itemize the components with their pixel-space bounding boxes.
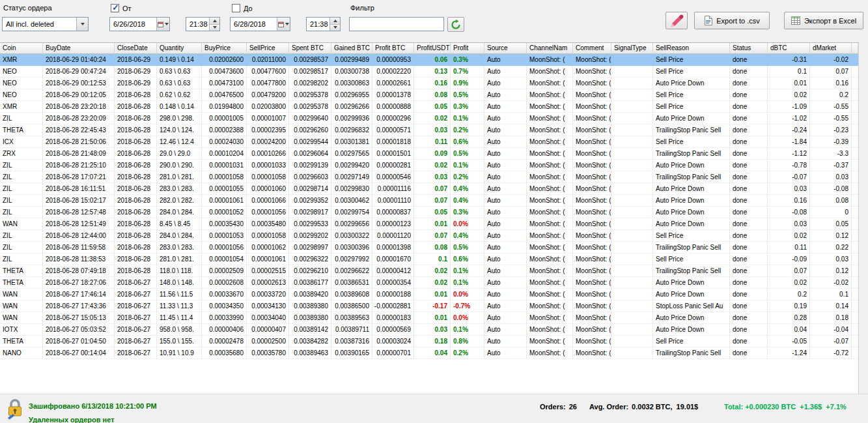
spin-down-icon[interactable] (210, 24, 219, 31)
chevron-down-icon[interactable] (76, 18, 88, 31)
table-row[interactable]: WAN2018-06-28 12:51:492018-06-288.45 \ 8… (0, 218, 858, 230)
table-row[interactable]: ZRX2018-06-28 21:48:092018-06-2829.0 \ 2… (0, 148, 858, 160)
table-row[interactable]: ZIL2018-06-28 15:02:172018-06-28282.0 \ … (0, 195, 858, 207)
row-filler (852, 254, 858, 265)
table-row[interactable]: ZIL2018-06-28 23:20:092018-06-28298.0 \ … (0, 113, 858, 124)
cell-buydate: 2018-06-28 21:48:09 (43, 148, 115, 160)
calendar-icon[interactable] (156, 18, 169, 31)
table-row[interactable]: ZIL2018-06-28 21:25:102018-06-28290.0 \ … (0, 160, 858, 171)
column-header-comment[interactable]: Comment (573, 43, 611, 54)
cell-profitusdt: 0.05 (414, 207, 451, 218)
cell-profit-btc: 0.00000296 (372, 113, 414, 124)
cell-gained-btc: 0.00300738 (331, 66, 372, 78)
cell-spent-btc: 0.00295378 (289, 89, 331, 101)
cell-dmarket: -3.3 (810, 148, 852, 160)
table-row[interactable]: THETA2018-06-27 18:27:062018-06-27148.0 … (0, 277, 858, 289)
refresh-button[interactable] (447, 17, 464, 32)
to-checkbox[interactable]: До (232, 4, 253, 12)
column-header-profit-btc[interactable]: Profit BTC (372, 43, 414, 54)
table-row[interactable]: WAN2018-06-27 17:43:362018-06-2711.33 \ … (0, 300, 858, 312)
export-csv-button[interactable]: Export to .csv (694, 12, 770, 29)
table-row[interactable]: XMR2018-06-28 23:20:182018-06-280.148 \ … (0, 101, 858, 113)
to-time-input[interactable]: 21:38 (306, 17, 341, 31)
from-time-spinner[interactable] (209, 18, 219, 31)
from-date-input[interactable]: 6/26/2018 (109, 17, 170, 31)
cell-quantity: 11.56 \ 11.5 (157, 289, 202, 300)
table-row[interactable]: THETA2018-06-28 22:45:432018-06-28124.0 … (0, 124, 858, 136)
cell-channelnam: MoonShot: ( (527, 289, 573, 300)
table-row[interactable]: ZIL2018-06-28 11:38:532018-06-28281.0 \ … (0, 254, 858, 265)
column-header-status[interactable]: Status (730, 43, 768, 54)
column-header-buyprice[interactable]: BuyPrice (202, 43, 247, 54)
spin-down-icon[interactable] (330, 24, 340, 31)
cell-sellreason: Auto Price Down (653, 277, 730, 289)
column-header-spent-btc[interactable]: Spent BTC (289, 43, 331, 54)
cell-buydate: 2018-06-28 11:38:53 (43, 254, 115, 265)
column-header-profitusdt[interactable]: ProfitUSDT (414, 43, 451, 54)
cell-quantity: 298.0 \ 298. (157, 113, 202, 124)
column-header-gained-btc[interactable]: Gained BTC (331, 43, 372, 54)
table-row[interactable]: WAN2018-06-27 17:46:142018-06-2711.56 \ … (0, 289, 858, 300)
column-header-coin[interactable]: Coin (0, 43, 43, 54)
table-row[interactable]: THETA2018-06-27 01:04:502018-06-27155.0 … (0, 336, 858, 347)
cell-comment: MoonShot: ( (573, 66, 611, 78)
cell-quantity: 124.0 \ 124. (157, 124, 202, 136)
cell-status: done (730, 254, 768, 265)
cell-profit-btc: 0.00000183 (372, 312, 414, 324)
table-row[interactable]: XMR2018-06-29 01:40:242018-06-290.149 \ … (0, 54, 858, 66)
cell-closedate: 2018-06-28 (115, 230, 157, 242)
csv-file-icon (704, 16, 712, 25)
from-checkbox[interactable]: От (111, 4, 132, 12)
column-header-closedate[interactable]: CloseDate (115, 43, 157, 54)
column-header-sellprice[interactable]: SellPrice (247, 43, 289, 54)
cell-profit: 0.5% (451, 148, 484, 160)
cell-sellreason: Sell Price (653, 230, 730, 242)
cell-signaltype (611, 148, 653, 160)
column-header-quantity[interactable]: Quantity (157, 43, 202, 54)
column-header-signaltype[interactable]: SignalType (611, 43, 653, 54)
cell-quantity: 29.0 \ 29.0 (157, 148, 202, 160)
row-filler (852, 136, 858, 148)
cell-dbtc: 0.19 (768, 300, 810, 312)
calendar-icon[interactable] (277, 18, 290, 31)
table-row[interactable]: NEO2018-06-29 00:12:052018-06-280.62 \ 0… (0, 89, 858, 101)
filter-input[interactable] (349, 17, 444, 31)
column-header-profit[interactable]: Profit (451, 43, 484, 54)
column-header-channelnam[interactable]: ChannelNam (527, 43, 573, 54)
table-row[interactable]: IOTX2018-06-27 05:03:522018-06-27958.0 \… (0, 324, 858, 336)
highlight-marker-button[interactable] (665, 12, 688, 29)
table-row[interactable]: ZIL2018-06-28 17:07:212018-06-28281.0 \ … (0, 171, 858, 183)
column-header-source[interactable]: Source (484, 43, 527, 54)
spin-up-icon[interactable] (330, 18, 340, 24)
export-excel-button[interactable]: Экспорт в Excel (784, 12, 863, 29)
table-row[interactable]: ZIL2018-06-28 11:59:582018-06-28283.0 \ … (0, 242, 858, 254)
table-row[interactable]: ZIL2018-06-28 12:57:482018-06-28284.0 \ … (0, 207, 858, 218)
from-time-input[interactable]: 21:38 (186, 17, 220, 31)
cell-channelnam: MoonShot: ( (527, 254, 573, 265)
order-status-select[interactable]: All incl. deleted (2, 17, 89, 31)
cell-channelnam: MoonShot: ( (527, 347, 573, 359)
cell-source: Auto (484, 54, 527, 66)
column-header-buydate[interactable]: BuyDate (43, 43, 115, 54)
cell-channelnam: MoonShot: ( (527, 277, 573, 289)
cell-comment: MoonShot: ( (573, 265, 611, 277)
cell-sellreason: Auto Price Down (653, 289, 730, 300)
table-row[interactable]: NANO2018-06-27 00:14:042018-06-2710.91 \… (0, 347, 858, 359)
to-time-spinner[interactable] (329, 18, 340, 31)
cell-buydate: 2018-06-29 00:12:53 (43, 78, 115, 89)
table-row[interactable]: ICX2018-06-28 21:50:062018-06-2812.46 \ … (0, 136, 858, 148)
to-date-input[interactable]: 6/28/2018 (230, 17, 290, 31)
table-row[interactable]: ZIL2018-06-28 12:44:002018-06-28284.0 \ … (0, 230, 858, 242)
table-row[interactable]: THETA2018-06-28 07:49:182018-06-28118.0 … (0, 265, 858, 277)
table-row[interactable]: NEO2018-06-29 00:47:242018-06-290.63 \ 0… (0, 66, 858, 78)
cell-coin: ZRX (0, 148, 43, 160)
table-row[interactable]: NEO2018-06-29 00:12:532018-06-290.63 \ 0… (0, 78, 858, 89)
deleted-orders-status: Удаленных ордеров нет (29, 416, 115, 423)
cell-profit-btc: 0.00000837 (372, 207, 414, 218)
table-row[interactable]: ZIL2018-06-28 16:11:512018-06-28283.0 \ … (0, 183, 858, 195)
table-row[interactable]: WAN2018-06-27 15:05:132018-06-2711.45 \ … (0, 312, 858, 324)
column-header-sellreason[interactable]: SellReason (653, 43, 730, 54)
column-header-dbtc[interactable]: dBTC (768, 43, 810, 54)
spin-up-icon[interactable] (210, 18, 219, 24)
column-header-dmarket[interactable]: dMarket (810, 43, 852, 54)
